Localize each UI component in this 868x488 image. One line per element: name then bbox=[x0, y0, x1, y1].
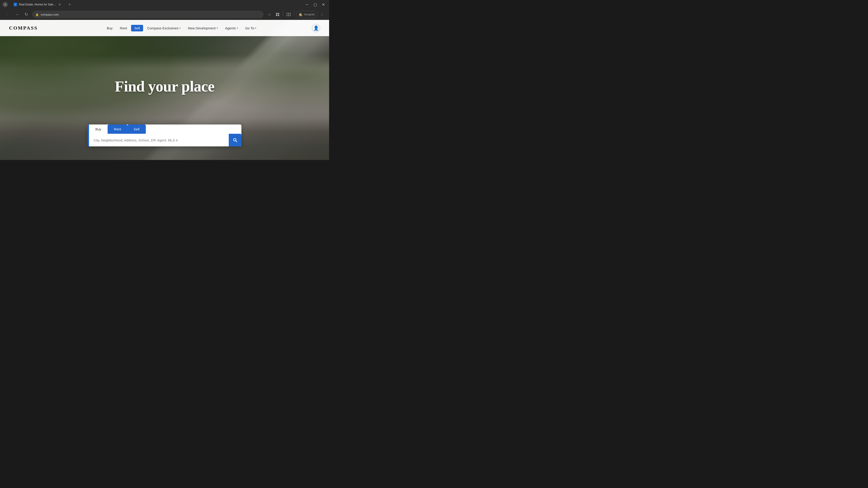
tab-favicon: C bbox=[13, 3, 17, 6]
user-icon[interactable]: 👤 bbox=[312, 24, 320, 32]
search-tabs: Buy Rent Sell bbox=[89, 125, 241, 134]
reload-btn[interactable]: ↻ bbox=[23, 11, 30, 18]
svg-rect-2 bbox=[276, 15, 277, 16]
search-input-row bbox=[89, 134, 241, 147]
incognito-badge[interactable]: 🕵️ Incognito bbox=[296, 11, 317, 18]
svg-line-7 bbox=[236, 141, 237, 142]
close-btn[interactable]: ✕ bbox=[320, 1, 327, 8]
new-development-chevron: ▾ bbox=[217, 27, 218, 30]
search-button[interactable] bbox=[229, 134, 241, 147]
compass-logo[interactable]: COMPASS bbox=[9, 25, 38, 31]
hero-section: COMPASS Buy Rent Sell Compass Exclusives… bbox=[0, 20, 329, 160]
tab-close-btn[interactable]: ✕ bbox=[58, 3, 61, 6]
address-bar[interactable]: 🔒 compass.com bbox=[32, 11, 264, 18]
search-container: Buy Rent Sell bbox=[88, 125, 241, 147]
window-toggle-btn[interactable] bbox=[285, 11, 292, 18]
lock-icon: 🔒 bbox=[35, 13, 39, 16]
hero-content: Find your place bbox=[0, 77, 329, 103]
svg-rect-3 bbox=[278, 15, 279, 16]
incognito-icon: 🕵️ bbox=[299, 13, 303, 16]
incognito-label: Incognito bbox=[304, 13, 315, 16]
bookmark-btn[interactable]: ☆ bbox=[266, 11, 273, 18]
minimize-btn[interactable]: ─ bbox=[304, 1, 310, 8]
extensions-btn[interactable] bbox=[274, 11, 281, 18]
nav-buy[interactable]: Buy bbox=[103, 25, 116, 31]
maximize-btn[interactable]: ▢ bbox=[312, 1, 318, 8]
search-tab-sell[interactable]: Sell bbox=[127, 125, 146, 134]
nav-go-to[interactable]: Go To ▾ bbox=[242, 25, 260, 31]
toolbar-icons: ☆ 🕵️ Incognito ⋮ bbox=[266, 11, 326, 18]
search-input[interactable] bbox=[89, 134, 229, 146]
back-btn[interactable]: ← bbox=[4, 11, 11, 18]
tab-dropdown-btn[interactable]: ▾ bbox=[3, 2, 8, 7]
hero-title: Find your place bbox=[0, 77, 329, 95]
agents-chevron: ▾ bbox=[237, 27, 238, 30]
browser-chrome: ▾ C Real Estate, Homes for Sale & ... ✕ … bbox=[0, 0, 329, 20]
menu-btn[interactable]: ⋮ bbox=[318, 11, 326, 18]
compass-exclusives-chevron: ▾ bbox=[179, 27, 181, 30]
svg-rect-0 bbox=[276, 13, 277, 14]
active-tab[interactable]: C Real Estate, Homes for Sale & ... ✕ bbox=[10, 1, 65, 8]
nav-agents[interactable]: Agents ▾ bbox=[222, 25, 241, 31]
nav-compass-exclusives[interactable]: Compass Exclusives ▾ bbox=[144, 25, 184, 31]
separator bbox=[283, 11, 283, 16]
window-controls: ─ ▢ ✕ bbox=[304, 1, 327, 8]
site-wrapper: COMPASS Buy Rent Sell Compass Exclusives… bbox=[0, 20, 329, 160]
address-text: compass.com bbox=[41, 13, 260, 16]
svg-rect-1 bbox=[278, 13, 279, 14]
address-bar-row: ← → ↻ 🔒 compass.com ☆ bbox=[0, 9, 329, 20]
site-nav: COMPASS Buy Rent Sell Compass Exclusives… bbox=[0, 20, 329, 36]
nav-new-development[interactable]: New Development ▾ bbox=[185, 25, 221, 31]
go-to-chevron: ▾ bbox=[255, 27, 256, 30]
forward-btn[interactable]: → bbox=[13, 11, 20, 18]
tab-title-text: Real Estate, Homes for Sale & ... bbox=[19, 3, 56, 6]
title-bar: ▾ C Real Estate, Homes for Sale & ... ✕ … bbox=[0, 0, 329, 9]
nav-rent[interactable]: Rent bbox=[117, 25, 130, 31]
search-tab-buy[interactable]: Buy bbox=[89, 125, 107, 134]
new-tab-btn[interactable]: + bbox=[66, 1, 73, 8]
nav-links: Buy Rent Sell Compass Exclusives ▾ New D… bbox=[51, 25, 312, 31]
search-tab-rent[interactable]: Rent bbox=[107, 125, 127, 134]
nav-sell[interactable]: Sell bbox=[131, 25, 143, 31]
